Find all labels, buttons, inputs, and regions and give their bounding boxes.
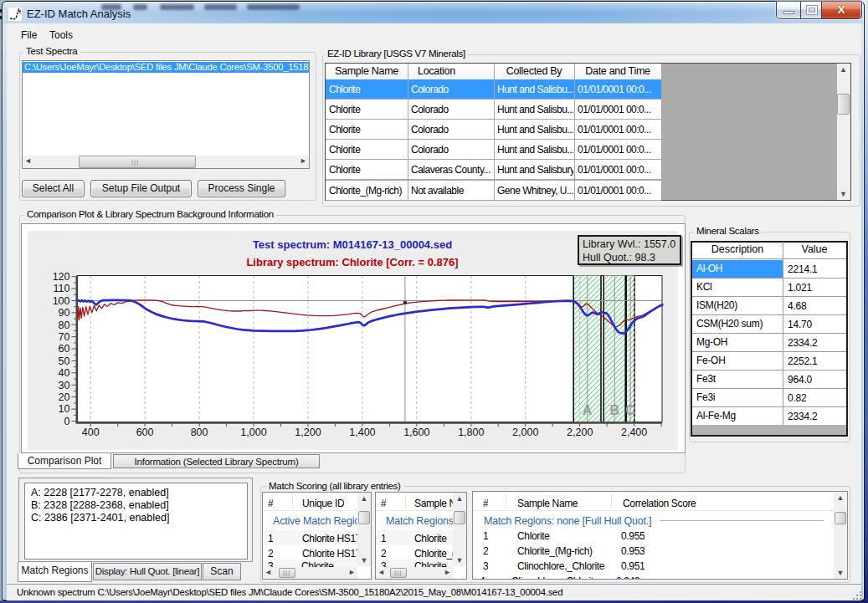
- svg-text:10: 10: [59, 403, 70, 415]
- svg-text:30: 30: [59, 380, 70, 391]
- svg-text:70: 70: [59, 331, 70, 343]
- svg-text:2,200: 2,200: [567, 427, 593, 438]
- svg-text:1,800: 1,800: [458, 427, 484, 438]
- svg-text:800: 800: [191, 427, 208, 438]
- svg-text:60: 60: [59, 343, 70, 355]
- svg-text:110: 110: [54, 283, 70, 294]
- svg-text:100: 100: [53, 295, 70, 307]
- svg-text:600: 600: [136, 427, 154, 438]
- svg-text:2,400: 2,400: [621, 427, 647, 438]
- svg-text:1,400: 1,400: [349, 427, 375, 438]
- svg-text:Test spectrum: M014167-13_0000: Test spectrum: M014167-13_00004.sed: [253, 238, 452, 251]
- svg-text:40: 40: [59, 367, 70, 379]
- svg-text:120: 120: [53, 271, 70, 283]
- svg-text:1,000: 1,000: [240, 427, 266, 438]
- svg-text:1,200: 1,200: [295, 427, 321, 438]
- svg-text:1,600: 1,600: [403, 427, 429, 438]
- svg-text:90: 90: [59, 307, 70, 319]
- svg-text:20: 20: [59, 391, 70, 403]
- svg-text:2,000: 2,000: [512, 427, 538, 438]
- svg-text:50: 50: [59, 355, 70, 367]
- svg-text:0: 0: [64, 416, 70, 427]
- svg-text:400: 400: [82, 427, 100, 438]
- svg-text:80: 80: [59, 319, 70, 331]
- svg-text:Library spectrum: Chlorite [Co: Library spectrum: Chlorite [Corr. = 0.87…: [246, 256, 458, 268]
